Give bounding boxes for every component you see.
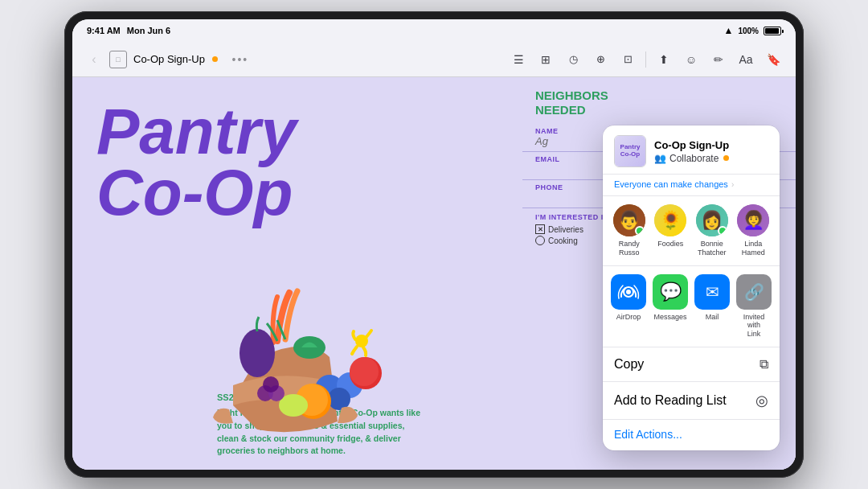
status-bar: 9:41 AM Mon Jun 6 ▲ 100%: [72, 19, 796, 42]
status-date: Mon Jun 6: [127, 26, 170, 35]
share-popover: PantryCo-Op Co-Op Sign-Up 👥 Collaborate: [603, 125, 780, 450]
bonnie-avatar: 👩: [696, 204, 728, 236]
popover-thumbnail: PantryCo-Op: [614, 135, 646, 167]
svg-point-13: [263, 376, 279, 392]
poster-title: Pantry Co-Op: [96, 101, 297, 224]
more-button[interactable]: •••: [227, 47, 253, 72]
airdrop-svg: [617, 281, 640, 303]
toolbar-right-icons: ☰ ⊞ ◷ ⊕ ⊡ ⬆ ☺ ✏ Aa 🔖: [506, 47, 786, 72]
chevron-right-icon: ›: [731, 180, 734, 189]
share-actions-row: AirDrop 💬 Messages ✉ Mail 🔗 Invited: [603, 266, 780, 347]
collab-icon: 👥: [654, 153, 666, 164]
mail-icon: ✉: [694, 274, 730, 310]
airdrop-action[interactable]: AirDrop: [611, 274, 646, 339]
messages-action[interactable]: 💬 Messages: [653, 274, 688, 339]
history-button[interactable]: ◷: [560, 47, 586, 72]
toolbar-nav: ‹ □ Co-Op Sign-Up: [82, 47, 221, 72]
randy-status: [635, 226, 645, 236]
toolbar-title-area: Co-Op Sign-Up: [133, 53, 218, 65]
text-format-button[interactable]: Aa: [733, 47, 759, 72]
randy-avatar: 👨: [613, 204, 645, 236]
edit-actions-text: Edit Actions...: [614, 428, 682, 441]
image-button[interactable]: ⊡: [615, 47, 641, 72]
battery-percent: 100%: [738, 27, 759, 35]
page-content: Pantry Co-Op: [72, 77, 796, 470]
list-view-button[interactable]: ☰: [506, 47, 531, 72]
grid-view-button[interactable]: ⊞: [533, 47, 559, 72]
linda-memoji: 👩‍🦱: [737, 204, 769, 236]
airdrop-icon: [611, 274, 646, 310]
edit-actions-button[interactable]: Edit Actions...: [603, 420, 780, 450]
linda-avatar: 👩‍🦱: [737, 204, 769, 236]
main-content: Pantry Co-Op: [72, 77, 796, 470]
person-bonnie[interactable]: 👩 BonnieThatcher: [694, 204, 730, 257]
status-bar-right: ▲ 100%: [724, 25, 781, 36]
link-action[interactable]: 🔗 Invited withLink: [736, 274, 772, 339]
messages-label: Messages: [653, 313, 686, 322]
foodies-memoji: 🌻: [654, 204, 686, 236]
back-button[interactable]: ‹: [82, 47, 106, 72]
mail-action[interactable]: ✉ Mail: [694, 274, 730, 339]
reading-list-text: Add to Reading List: [614, 393, 755, 408]
popover-everyone-row[interactable]: Everyone can make changes ›: [603, 175, 780, 196]
unsaved-dot: [212, 56, 218, 62]
randy-name: RandyRusso: [619, 240, 640, 257]
popover-collab-row: 👥 Collaborate: [654, 153, 768, 164]
ipad-frame: 9:41 AM Mon Jun 6 ▲ 100% ‹ □ Co-Op Sign-…: [64, 11, 804, 478]
popover-header: PantryCo-Op Co-Op Sign-Up 👥 Collaborate: [603, 125, 780, 175]
battery-icon: [764, 27, 781, 35]
foodies-name: Foodies: [657, 240, 683, 249]
reading-list-row[interactable]: Add to Reading List ◎: [603, 382, 780, 420]
link-label: Invited withLink: [736, 313, 772, 339]
bonnie-status: [718, 226, 727, 236]
document-title: Co-Op Sign-Up: [133, 53, 205, 65]
popover-title-area: Co-Op Sign-Up 👥 Collaborate: [654, 139, 768, 164]
share-button[interactable]: ⬆: [651, 47, 677, 72]
checkbox-o: [535, 236, 545, 245]
svg-point-15: [626, 290, 631, 294]
person-linda[interactable]: 👩‍🦱 LindaHamed: [735, 204, 771, 257]
svg-point-8: [350, 357, 379, 386]
svg-point-0: [240, 329, 275, 377]
ipad-screen: 9:41 AM Mon Jun 6 ▲ 100% ‹ □ Co-Op Sign-…: [72, 19, 796, 470]
collab-dot: [723, 155, 729, 161]
status-bar-left: 9:41 AM Mon Jun 6: [87, 26, 170, 35]
layers-button[interactable]: ⊕: [588, 47, 613, 72]
popover-doc-title: Co-Op Sign-Up: [654, 139, 768, 151]
vegetable-illustration: [153, 261, 410, 454]
copy-text: Copy: [614, 357, 760, 372]
poster-title-line2: Co-Op: [96, 162, 297, 224]
deliveries-label: Deliveries: [548, 225, 583, 234]
doc-icon: □: [109, 51, 127, 68]
poster-title-line1: Pantry: [96, 101, 297, 162]
bonnie-name: BonnieThatcher: [698, 240, 727, 257]
toolbar: ‹ □ Co-Op Sign-Up ••• ☰ ⊞ ◷ ⊕ ⊡: [72, 42, 796, 77]
cooking-label: Cooking: [548, 236, 578, 245]
wifi-icon: ▲: [724, 25, 734, 36]
foodies-avatar: 🌻: [654, 204, 686, 236]
person-foodies[interactable]: 🌻 Foodies: [653, 204, 688, 257]
messages-icon: 💬: [653, 274, 688, 310]
airdrop-label: AirDrop: [616, 313, 641, 322]
form-header-green: NEIGHBORSNEEDED: [535, 88, 783, 117]
bookmark-button[interactable]: 🔖: [760, 47, 786, 72]
copy-icon: ⧉: [760, 357, 768, 372]
link-icon: 🔗: [736, 274, 772, 310]
people-row: 👨 RandyRusso 🌻 Foodies: [603, 196, 780, 266]
reading-list-icon: ◎: [755, 392, 768, 409]
status-time: 9:41 AM: [87, 26, 121, 35]
toolbar-left-icons: •••: [227, 47, 253, 72]
mail-label: Mail: [706, 313, 719, 322]
battery-fill: [765, 28, 779, 34]
pencil-button[interactable]: ✏: [706, 47, 731, 72]
emoji-button[interactable]: ☺: [678, 47, 704, 72]
linda-name: LindaHamed: [742, 240, 765, 257]
collab-text: Collaborate: [669, 153, 719, 164]
form-header: NEIGHBORSNEEDED: [522, 77, 796, 124]
person-randy[interactable]: 👨 RandyRusso: [612, 204, 647, 257]
everyone-text: Everyone can make changes: [614, 179, 728, 189]
copy-row[interactable]: Copy ⧉: [603, 347, 780, 382]
checkbox-x: ✕: [535, 224, 545, 234]
thumbnail-inner: PantryCo-Op: [615, 136, 645, 166]
